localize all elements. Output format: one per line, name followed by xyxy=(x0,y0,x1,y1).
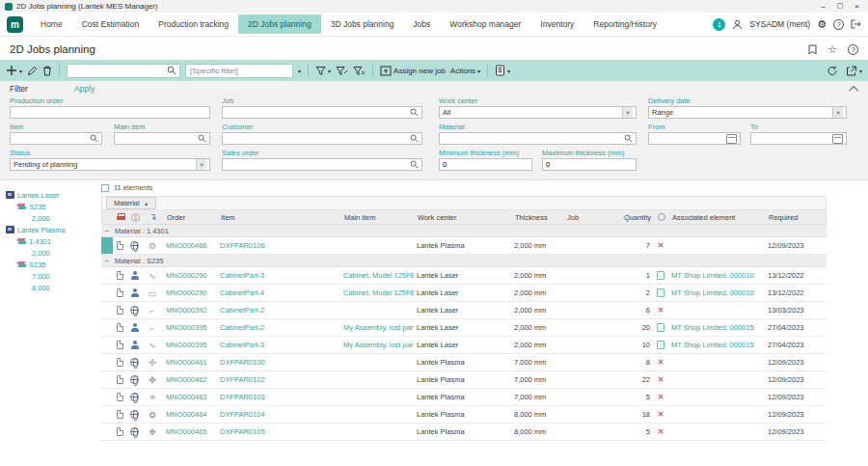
item-cell[interactable]: CabinetPart-3 xyxy=(217,337,340,353)
from-date-input[interactable] xyxy=(652,134,726,143)
group-row-material-1-4301[interactable]: −Material : 1.4301 xyxy=(101,225,827,237)
delivery-date-select[interactable]: Range ▼ xyxy=(648,106,847,119)
order-cell[interactable]: MNO000290 xyxy=(163,285,217,301)
to-calendar-icon[interactable] xyxy=(832,134,843,144)
row-expander[interactable] xyxy=(101,337,113,353)
associated-element-cell[interactable]: MT Shop Limited, 000015 xyxy=(668,319,765,336)
menu-inventory[interactable]: Inventory xyxy=(530,14,583,34)
associated-element-cell[interactable]: MT Shop Limited, 000010 xyxy=(668,267,765,284)
row-expander[interactable] xyxy=(101,406,113,423)
menu-reporting-history[interactable]: Reporting/History xyxy=(583,14,666,34)
col-quantity[interactable]: Quantity xyxy=(617,210,654,224)
order-cell[interactable]: MNO000464 xyxy=(163,406,217,423)
main-item-cell[interactable]: My Assembly, lost part... xyxy=(340,319,414,336)
filter-edit-funnel-icon[interactable] xyxy=(336,66,348,76)
bookmark-icon[interactable] xyxy=(808,44,817,55)
row-expander[interactable] xyxy=(101,319,113,336)
menu-home[interactable]: Home xyxy=(31,14,72,34)
item-cell[interactable]: CabinetPart-3 xyxy=(217,267,340,284)
col-main-item[interactable]: Main item xyxy=(341,210,415,224)
menu-workshop-manager[interactable]: Workshop manager xyxy=(440,14,530,34)
no-association-x-icon[interactable]: ✕ xyxy=(653,237,668,254)
favorite-star-icon[interactable]: ☆ xyxy=(827,43,837,56)
sales-order-input[interactable] xyxy=(226,160,410,169)
order-cell[interactable]: MNO000395 xyxy=(163,337,217,353)
edit-pencil-icon[interactable] xyxy=(27,66,38,76)
select-all-checkbox[interactable] xyxy=(101,184,109,192)
customer-input[interactable] xyxy=(226,134,410,143)
table-row[interactable]: ✳MNO000463DXFPAR0103Lantek Plasma7,000 m… xyxy=(101,389,827,406)
associated-doc-icon[interactable] xyxy=(653,319,668,336)
order-cell[interactable]: MNO000462 xyxy=(163,371,217,388)
filter-funnel-icon[interactable]: ▾ xyxy=(315,66,331,76)
max-thickness-input[interactable] xyxy=(546,160,633,169)
main-item-cell[interactable]: My Assembly, lost part... xyxy=(340,337,414,353)
filter-clear-funnel-icon[interactable] xyxy=(353,66,366,76)
table-row[interactable]: ✣MNO000461DXFPAR0100Lantek Plasma7,000 m… xyxy=(101,354,827,371)
menu-2d-jobs-planning[interactable]: 2D Jobs planning xyxy=(238,14,321,34)
row-expander[interactable] xyxy=(101,354,113,370)
row-expander[interactable] xyxy=(101,389,113,405)
no-association-x-icon[interactable]: ✕ xyxy=(653,424,668,440)
associated-element-cell[interactable] xyxy=(668,354,765,370)
assign-new-job-button[interactable]: Assign new job xyxy=(380,66,446,76)
table-row[interactable]: ✤MNO000462DXFPAR0102Lantek Plasma7,000 m… xyxy=(101,371,827,389)
main-item-cell[interactable] xyxy=(340,389,414,405)
minimize-button[interactable]: – xyxy=(821,2,825,11)
order-cell[interactable]: MNO000290 xyxy=(163,267,217,284)
row-expander[interactable] xyxy=(101,371,113,388)
table-row[interactable]: ✥MNO000465DXFPAR0105Lantek Plasma8,000 m… xyxy=(101,424,827,441)
item-cell[interactable]: DXFPAR0105 xyxy=(217,424,340,440)
material-input[interactable] xyxy=(443,134,624,143)
selected-row-marker[interactable] xyxy=(101,237,113,254)
print-icon[interactable] xyxy=(117,213,125,221)
row-expander[interactable] xyxy=(101,302,113,318)
no-association-x-icon[interactable]: ✕ xyxy=(653,371,668,388)
item-cell[interactable]: DXFPAR0106 xyxy=(217,237,340,254)
main-item-cell[interactable] xyxy=(340,302,414,318)
associated-doc-icon[interactable] xyxy=(653,285,668,301)
main-item-cell[interactable]: Cabinet, Model 125FBX xyxy=(340,285,414,301)
table-row[interactable]: ∿MNO000395CabinetPart-3My Assembly, lost… xyxy=(101,337,827,354)
material-search-icon[interactable] xyxy=(624,134,633,143)
group-by-chip[interactable]: Material▲ xyxy=(106,197,156,209)
no-association-x-icon[interactable]: ✕ xyxy=(653,406,668,423)
associated-doc-icon[interactable] xyxy=(653,337,668,353)
associated-element-cell[interactable] xyxy=(668,406,765,423)
group-row-material-s235[interactable]: −Material : S235 xyxy=(101,255,827,267)
item-input[interactable] xyxy=(14,134,90,143)
order-cell[interactable]: MNO000465 xyxy=(163,424,217,440)
tree-item-s235[interactable]: S235 xyxy=(0,259,96,270)
collapse-group-icon[interactable]: − xyxy=(101,225,113,236)
collapse-filter-chevron-icon[interactable] xyxy=(849,85,858,95)
item-cell[interactable]: CabinetPart-2 xyxy=(217,302,340,318)
tree-item-s235[interactable]: S235 xyxy=(0,201,96,212)
tree-item-7-000[interactable]: 7,000 xyxy=(0,270,96,282)
sales-order-search-icon[interactable] xyxy=(410,160,419,169)
row-expander[interactable] xyxy=(101,424,113,440)
row-expander[interactable] xyxy=(101,285,113,301)
refresh-icon[interactable] xyxy=(827,66,838,76)
add-button[interactable]: ▾ xyxy=(6,65,22,76)
table-row[interactable]: ⌐MNO000392CabinetPart-2Lantek Laser2,000… xyxy=(101,302,827,319)
table-row[interactable]: ⌐MNO000395CabinetPart-2My Assembly, lost… xyxy=(101,319,827,337)
menu-jobs[interactable]: Jobs xyxy=(403,14,440,34)
col-thickness[interactable]: Thickness xyxy=(512,210,564,224)
associated-doc-icon[interactable] xyxy=(653,267,668,284)
from-calendar-icon[interactable] xyxy=(726,134,737,144)
main-item-input[interactable] xyxy=(118,134,198,143)
sort-arrow-icon[interactable]: ↴ xyxy=(149,212,157,222)
table-row[interactable]: ▭MNO000290CabinetPart-4Cabinet, Model 12… xyxy=(101,285,827,302)
maximize-button[interactable]: ▢ xyxy=(837,2,844,11)
item-cell[interactable]: CabinetPart-4 xyxy=(217,285,340,301)
main-item-cell[interactable] xyxy=(340,371,414,388)
specific-filter-caret[interactable]: ▾ xyxy=(298,68,301,74)
item-cell[interactable]: DXFPAR0100 xyxy=(217,354,340,370)
report-document-icon[interactable]: ▾ xyxy=(495,65,510,76)
col-order[interactable]: Order xyxy=(164,210,218,224)
order-cell[interactable]: MNO000395 xyxy=(163,319,217,336)
work-center-caret-icon[interactable]: ▼ xyxy=(622,107,633,118)
current-user[interactable]: SYSADM (ment) xyxy=(749,19,810,29)
no-association-x-icon[interactable]: ✕ xyxy=(653,302,668,318)
menu-production-tracking[interactable]: Production tracking xyxy=(149,14,238,34)
